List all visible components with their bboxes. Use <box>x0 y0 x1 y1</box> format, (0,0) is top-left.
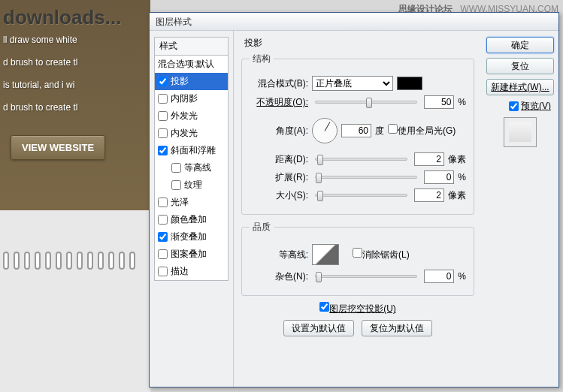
reset-default-button[interactable]: 复位为默认值 <box>362 320 432 336</box>
spread-label: 扩展(R): <box>250 171 308 184</box>
opacity-slider[interactable] <box>315 101 417 104</box>
style-checkbox[interactable] <box>158 267 168 276</box>
style-checkbox[interactable] <box>158 146 168 155</box>
opacity-input[interactable] <box>424 95 454 109</box>
distance-input[interactable] <box>414 152 444 166</box>
style-row[interactable]: 等高线 <box>155 159 228 176</box>
shadow-color-swatch[interactable] <box>397 77 422 90</box>
spread-input[interactable] <box>424 170 454 184</box>
style-row[interactable]: 图案叠加 <box>155 246 228 263</box>
style-label: 投影 <box>171 75 189 88</box>
style-label: 斜面和浮雕 <box>171 144 216 157</box>
style-label: 纹理 <box>184 179 202 191</box>
global-light-checkbox[interactable]: 使用全局光(G) <box>388 124 456 137</box>
style-row[interactable]: 渐变叠加 <box>155 228 228 246</box>
opacity-unit: % <box>458 97 466 107</box>
size-unit: 像素 <box>448 189 466 202</box>
contour-picker[interactable] <box>312 244 339 265</box>
style-checkbox[interactable] <box>158 198 168 207</box>
style-label: 内发光 <box>171 127 198 140</box>
dialog-titlebar[interactable]: 图层样式 <box>150 13 558 31</box>
style-label: 图案叠加 <box>171 248 207 261</box>
style-row[interactable]: 内阴影 <box>155 90 228 107</box>
style-label: 外发光 <box>171 110 198 122</box>
styles-header: 样式 <box>155 38 228 56</box>
blend-mode-label: 混合模式(B): <box>250 77 308 90</box>
antialias-checkbox[interactable]: 消除锯齿(L) <box>353 248 410 261</box>
bg-line: is tutorial, and i wi <box>3 74 147 96</box>
style-checkbox[interactable] <box>171 180 181 190</box>
spread-unit: % <box>458 172 466 182</box>
noise-input[interactable] <box>424 270 454 283</box>
noise-label: 杂色(N): <box>250 270 308 283</box>
size-label: 大小(S): <box>250 189 308 202</box>
bg-line: ll draw some white <box>3 29 147 51</box>
style-row[interactable]: 内发光 <box>155 125 228 142</box>
bg-heading: downloads... <box>3 6 147 29</box>
angle-input[interactable] <box>341 124 371 137</box>
new-style-button[interactable]: 新建样式(W)... <box>486 79 554 95</box>
noise-slider[interactable] <box>315 275 417 278</box>
style-checkbox[interactable] <box>171 163 181 173</box>
options-column: 投影 结构 混合模式(B): 正片叠底 不透明度(O): % 角度(A): <box>234 31 482 387</box>
view-website-button[interactable]: VIEW WEBSITE <box>11 135 105 160</box>
style-label: 描边 <box>171 265 189 278</box>
bg-line: d brush to create tl <box>3 51 147 74</box>
style-row[interactable]: 投影 <box>155 73 228 90</box>
background-panel: downloads... ll draw some white d brush … <box>0 0 150 392</box>
blend-mode-select[interactable]: 正片叠底 <box>312 76 393 91</box>
style-label: 内阴影 <box>171 92 198 105</box>
style-label: 等高线 <box>184 161 211 174</box>
style-checkbox[interactable] <box>158 215 168 225</box>
action-column: 确定 复位 新建样式(W)... 预览(V) <box>482 31 558 387</box>
structure-legend: 结构 <box>250 53 274 65</box>
spiral-binding <box>0 252 150 274</box>
structure-group: 结构 混合模式(B): 正片叠底 不透明度(O): % 角度(A): 度 <box>241 53 474 215</box>
style-label: 混合选项:默认 <box>158 58 214 71</box>
style-checkbox[interactable] <box>158 111 168 121</box>
size-input[interactable] <box>414 188 444 202</box>
angle-label: 角度(A): <box>250 125 308 137</box>
styles-column: 样式 混合选项:默认投影内阴影外发光内发光斜面和浮雕等高线纹理光泽颜色叠加渐变叠… <box>150 31 234 387</box>
style-row[interactable]: 混合选项:默认 <box>155 56 228 73</box>
opacity-label: 不透明度(O): <box>250 96 308 109</box>
style-row[interactable]: 光泽 <box>155 194 228 211</box>
preview-swatch <box>504 117 537 147</box>
angle-unit: 度 <box>375 125 384 137</box>
spread-slider[interactable] <box>315 176 417 179</box>
style-row[interactable]: 斜面和浮雕 <box>155 142 228 159</box>
section-title: 投影 <box>244 37 474 50</box>
preview-checkbox[interactable]: 预览(V) <box>486 100 551 113</box>
style-row[interactable]: 描边 <box>155 263 228 280</box>
ok-button[interactable]: 确定 <box>486 37 554 53</box>
style-checkbox[interactable] <box>158 94 168 104</box>
style-checkbox[interactable] <box>158 232 168 242</box>
style-label: 光泽 <box>171 196 189 209</box>
quality-legend: 品质 <box>250 221 274 234</box>
style-row[interactable]: 外发光 <box>155 107 228 125</box>
distance-slider[interactable] <box>315 158 407 161</box>
quality-group: 品质 等高线: 消除锯齿(L) 杂色(N): % <box>241 221 474 296</box>
layer-style-dialog: 图层样式 样式 混合选项:默认投影内阴影外发光内发光斜面和浮雕等高线纹理光泽颜色… <box>149 12 559 387</box>
style-row[interactable]: 纹理 <box>155 176 228 194</box>
distance-label: 距离(D): <box>250 153 308 166</box>
angle-dial[interactable] <box>312 118 337 143</box>
size-slider[interactable] <box>315 194 407 197</box>
contour-label: 等高线: <box>250 249 308 261</box>
cancel-button[interactable]: 复位 <box>486 58 554 74</box>
style-label: 渐变叠加 <box>171 231 207 243</box>
style-row[interactable]: 颜色叠加 <box>155 211 228 228</box>
knockout-checkbox[interactable]: 图层挖空投影(U) <box>319 302 396 315</box>
style-checkbox[interactable] <box>158 128 168 138</box>
bg-line: d brush to create tl <box>3 96 147 119</box>
style-checkbox[interactable] <box>158 249 168 259</box>
distance-unit: 像素 <box>448 153 466 166</box>
set-default-button[interactable]: 设置为默认值 <box>283 320 354 336</box>
noise-unit: % <box>458 271 466 282</box>
style-label: 颜色叠加 <box>171 213 207 226</box>
style-checkbox[interactable] <box>158 77 168 86</box>
